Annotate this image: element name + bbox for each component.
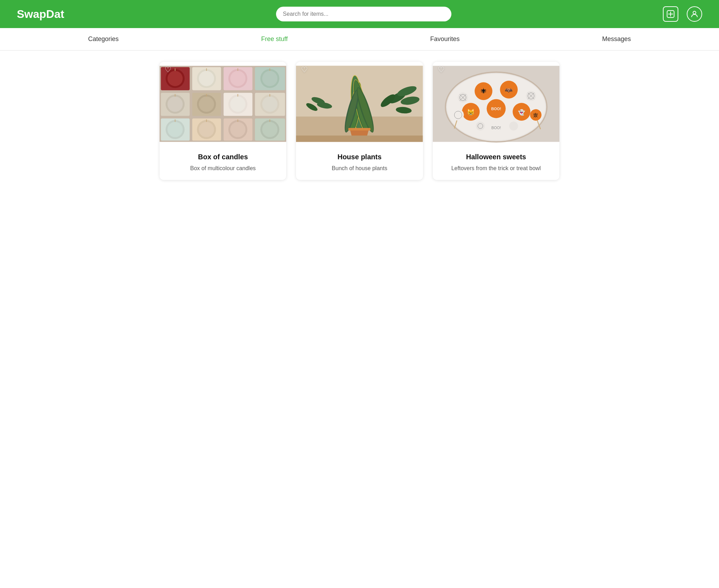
nav-item-favourites[interactable]: Favourites xyxy=(424,33,465,46)
svg-point-3 xyxy=(693,11,696,14)
svg-text:🦇: 🦇 xyxy=(505,86,513,94)
svg-text:😸: 😸 xyxy=(467,108,475,116)
svg-point-39 xyxy=(168,122,183,137)
svg-point-27 xyxy=(199,96,214,112)
header: SwapDat xyxy=(0,0,719,28)
card-title-halloween: Halloween sweets xyxy=(440,153,552,161)
favorite-button-halloween[interactable]: ♡ xyxy=(438,66,445,74)
card-box-of-candles[interactable]: ♡ Box of candles Box of multicolour cand… xyxy=(160,62,286,180)
card-title-candles: Box of candles xyxy=(167,153,279,161)
profile-button[interactable] xyxy=(687,6,702,22)
app-logo: SwapDat xyxy=(17,8,64,21)
header-actions xyxy=(663,6,702,22)
user-icon xyxy=(690,10,699,18)
svg-point-11 xyxy=(199,71,214,86)
plus-icon xyxy=(667,10,674,18)
svg-text:BOO!: BOO! xyxy=(491,107,501,111)
svg-rect-68 xyxy=(348,128,370,131)
svg-text:BOO!: BOO! xyxy=(491,126,501,130)
svg-point-15 xyxy=(230,71,245,86)
svg-point-35 xyxy=(262,96,277,112)
card-halloween-sweets[interactable]: 🕷 🦇 😸 xyxy=(433,62,559,180)
card-desc-halloween: Leftovers from the trick or treat bowl xyxy=(440,165,552,172)
card-image-plants: ♡ xyxy=(296,62,423,146)
favorite-button-plants[interactable]: ♡ xyxy=(301,66,308,74)
svg-point-23 xyxy=(168,96,183,112)
card-desc-candles: Box of multicolour candles xyxy=(167,165,279,172)
svg-point-19 xyxy=(262,71,277,86)
nav-item-messages[interactable]: Messages xyxy=(597,33,637,46)
search-container xyxy=(276,7,451,21)
card-image-candles: ♡ xyxy=(160,62,286,146)
cards-grid: ♡ Box of candles Box of multicolour cand… xyxy=(160,62,559,180)
svg-point-103 xyxy=(476,122,485,131)
favorite-button-candles[interactable]: ♡ xyxy=(164,66,172,74)
candles-image xyxy=(160,62,286,146)
svg-point-31 xyxy=(230,96,245,112)
svg-point-108 xyxy=(509,122,518,131)
search-input[interactable] xyxy=(276,7,451,21)
main-content: ♡ Box of candles Box of multicolour cand… xyxy=(0,51,719,191)
card-body-candles: Box of candles Box of multicolour candle… xyxy=(160,146,286,180)
halloween-image: 🕷 🦇 😸 xyxy=(433,62,559,146)
card-title-plants: House plants xyxy=(303,153,416,161)
card-image-halloween: 🕷 🦇 😸 xyxy=(433,62,559,146)
svg-point-47 xyxy=(230,122,245,137)
svg-point-43 xyxy=(199,122,214,137)
svg-text:👻: 👻 xyxy=(518,109,525,116)
card-body-halloween: Halloween sweets Leftovers from the tric… xyxy=(433,146,559,180)
svg-point-51 xyxy=(262,122,277,137)
add-item-button[interactable] xyxy=(663,6,678,22)
card-desc-plants: Bunch of house plants xyxy=(303,165,416,172)
plants-image xyxy=(296,62,423,146)
svg-rect-77 xyxy=(296,135,423,142)
svg-text:🕸: 🕸 xyxy=(533,113,538,118)
nav-item-free-stuff[interactable]: Free stuff xyxy=(255,33,293,46)
svg-text:🕷: 🕷 xyxy=(481,88,486,94)
card-body-plants: House plants Bunch of house plants xyxy=(296,146,423,180)
nav-item-categories[interactable]: Categories xyxy=(82,33,124,46)
card-house-plants[interactable]: ♡ House plants Bunch of house plants xyxy=(296,62,423,180)
navigation: Categories Free stuff Favourites Message… xyxy=(0,28,719,51)
svg-point-113 xyxy=(452,109,464,121)
